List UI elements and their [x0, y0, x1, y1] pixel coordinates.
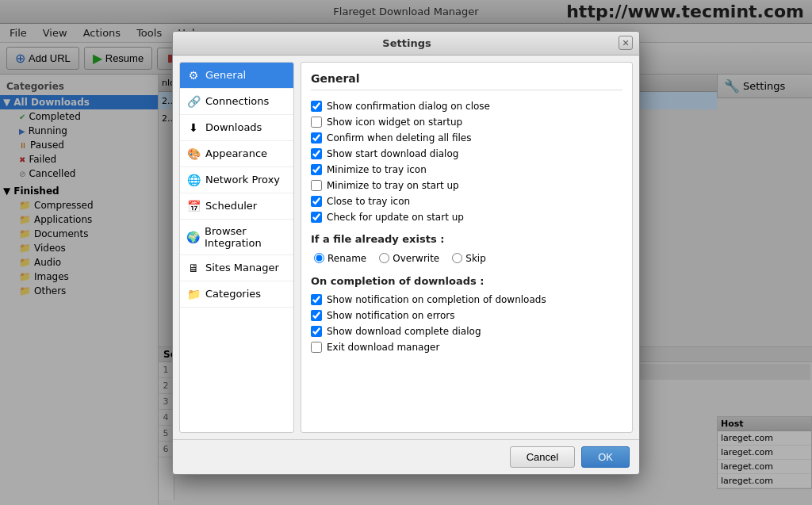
settings-dialog: Settings ✕ ⚙ General 🔗 Connections ⬇ Dow…: [172, 31, 640, 475]
checkbox-minimize-tray-startup-label: Minimize to tray on start up: [327, 180, 459, 191]
radio-overwrite-input[interactable]: [379, 253, 389, 263]
radio-skip-input[interactable]: [452, 253, 462, 263]
dialog-title: Settings: [195, 37, 619, 49]
downloads-nav-label: Downloads: [205, 121, 262, 133]
checkbox-show-notification-errors-label: Show notification on errors: [327, 310, 455, 321]
connections-nav-icon: 🔗: [186, 94, 201, 109]
nav-item-network-proxy[interactable]: 🌐 Network Proxy: [180, 167, 293, 193]
appearance-nav-icon: 🎨: [186, 147, 201, 161]
nav-item-general[interactable]: ⚙ General: [180, 63, 293, 89]
checkbox-confirm-delete-label: Confirm when deleting all files: [327, 132, 472, 143]
checkbox-close-tray-label: Close to tray icon: [327, 196, 410, 207]
network-proxy-nav-label: Network Proxy: [205, 174, 280, 186]
checkbox-show-notification-completion-label: Show notification on completion of downl…: [327, 294, 546, 305]
checkbox-check-update[interactable]: [311, 212, 322, 223]
nav-item-connections[interactable]: 🔗 Connections: [180, 89, 293, 115]
general-nav-icon: ⚙: [186, 68, 201, 82]
sites-manager-nav-icon: 🖥: [186, 261, 201, 275]
nav-item-categories[interactable]: 📁 Categories: [180, 281, 293, 308]
checkbox-row-show-icon-widget: Show icon widget on startup: [311, 114, 622, 130]
file-exists-radio-group: Rename Overwrite Skip: [311, 250, 622, 267]
categories-nav-label: Categories: [205, 288, 261, 300]
nav-item-scheduler[interactable]: 📅 Scheduler: [180, 193, 293, 220]
checkbox-row-close-tray: Close to tray icon: [311, 193, 622, 209]
dialog-body: ⚙ General 🔗 Connections ⬇ Downloads 🎨 Ap…: [173, 55, 639, 439]
checkbox-show-download-complete-dialog[interactable]: [311, 326, 322, 337]
checkbox-show-confirmation[interactable]: [311, 101, 322, 112]
dialog-footer: Cancel OK: [173, 439, 639, 474]
checkbox-row-show-notification-errors: Show notification on errors: [311, 308, 622, 323]
checkbox-row-minimize-tray-startup: Minimize to tray on start up: [311, 178, 622, 193]
sites-manager-nav-label: Sites Manager: [205, 262, 279, 274]
checkbox-exit-download-manager[interactable]: [311, 342, 322, 353]
checkbox-confirm-delete[interactable]: [311, 132, 322, 143]
radio-skip: Skip: [452, 253, 486, 264]
checkbox-show-confirmation-label: Show confirmation dialog on close: [327, 101, 490, 112]
file-exists-section-title: If a file already exists :: [311, 233, 622, 245]
browser-integration-nav-label: Browser Integration: [205, 225, 287, 249]
checkbox-check-update-label: Check for update on start up: [327, 212, 464, 223]
checkbox-row-show-notification-completion: Show notification on completion of downl…: [311, 292, 622, 308]
cancel-button[interactable]: Cancel: [510, 446, 575, 468]
checkbox-show-download-complete-dialog-label: Show download complete dialog: [327, 326, 481, 337]
network-proxy-nav-icon: 🌐: [186, 173, 201, 187]
checkbox-show-icon-widget-label: Show icon widget on startup: [327, 117, 462, 128]
checkbox-show-notification-completion[interactable]: [311, 294, 322, 305]
dialog-nav: ⚙ General 🔗 Connections ⬇ Downloads 🎨 Ap…: [179, 62, 294, 433]
general-section-title: General: [311, 72, 622, 90]
nav-item-sites-manager[interactable]: 🖥 Sites Manager: [180, 255, 293, 281]
general-nav-label: General: [205, 69, 246, 81]
dialog-titlebar: Settings ✕: [173, 32, 639, 55]
checkbox-row-minimize-tray: Minimize to tray icon: [311, 162, 622, 178]
checkbox-row-show-confirmation: Show confirmation dialog on close: [311, 98, 622, 114]
appearance-nav-label: Appearance: [205, 147, 267, 159]
radio-rename-label: Rename: [327, 253, 366, 264]
ok-button[interactable]: OK: [581, 446, 630, 468]
checkbox-row-confirm-delete: Confirm when deleting all files: [311, 130, 622, 146]
checkbox-show-start-dialog[interactable]: [311, 148, 322, 159]
categories-nav-icon: 📁: [186, 287, 201, 301]
checkbox-close-tray[interactable]: [311, 196, 322, 207]
modal-overlay: Settings ✕ ⚙ General 🔗 Connections ⬇ Dow…: [0, 0, 812, 505]
connections-nav-label: Connections: [205, 95, 269, 107]
dialog-content: General Show confirmation dialog on clos…: [301, 62, 633, 433]
checkbox-row-exit-download-manager: Exit download manager: [311, 339, 622, 355]
checkbox-minimize-tray-startup[interactable]: [311, 180, 322, 191]
browser-integration-nav-icon: 🌍: [186, 230, 200, 244]
nav-item-downloads[interactable]: ⬇ Downloads: [180, 115, 293, 141]
completion-section-title: On completion of downloads :: [311, 275, 622, 287]
checkbox-exit-download-manager-label: Exit download manager: [327, 342, 439, 353]
checkbox-row-check-update: Check for update on start up: [311, 209, 622, 225]
scheduler-nav-label: Scheduler: [205, 200, 257, 212]
radio-overwrite-label: Overwrite: [393, 253, 439, 264]
radio-rename-input[interactable]: [314, 253, 324, 263]
radio-rename: Rename: [314, 253, 366, 264]
radio-overwrite: Overwrite: [379, 253, 439, 264]
downloads-nav-icon: ⬇: [186, 121, 201, 135]
checkbox-minimize-tray-label: Minimize to tray icon: [327, 164, 427, 175]
checkbox-show-start-dialog-label: Show start download dialog: [327, 148, 458, 159]
checkbox-row-show-start-dialog: Show start download dialog: [311, 146, 622, 162]
checkbox-show-notification-errors[interactable]: [311, 310, 322, 321]
nav-item-appearance[interactable]: 🎨 Appearance: [180, 141, 293, 167]
dialog-close-button[interactable]: ✕: [619, 36, 633, 50]
scheduler-nav-icon: 📅: [186, 199, 201, 213]
radio-skip-label: Skip: [465, 253, 486, 264]
checkbox-minimize-tray[interactable]: [311, 164, 322, 175]
checkbox-show-icon-widget[interactable]: [311, 117, 322, 128]
checkbox-row-show-download-complete-dialog: Show download complete dialog: [311, 323, 622, 339]
nav-item-browser-integration[interactable]: 🌍 Browser Integration: [180, 220, 293, 255]
